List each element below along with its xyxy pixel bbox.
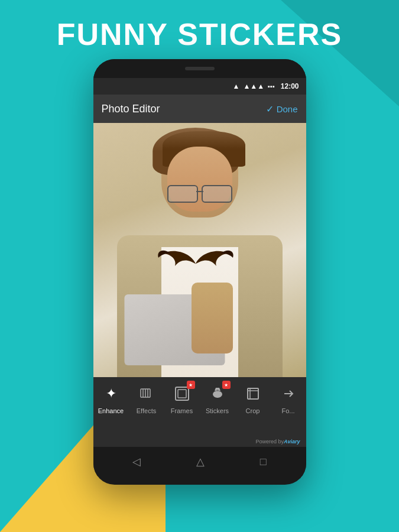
- svg-point-6: [213, 391, 222, 398]
- app-title: Photo Editor: [102, 103, 160, 115]
- toolbar-effects[interactable]: Effects: [129, 383, 164, 414]
- more-label: Fo...: [281, 407, 294, 414]
- person-hand: [192, 283, 233, 353]
- enhance-label: Enhance: [98, 407, 124, 414]
- status-bar: ▲ ▲▲▲ ▪▪▪ 12:00: [93, 78, 306, 95]
- toolbar-more[interactable]: Fo...: [271, 383, 306, 414]
- enhance-icon: ✦: [100, 383, 122, 404]
- battery-icon: ▪▪▪: [268, 83, 275, 90]
- phone-speaker: [185, 67, 215, 70]
- powered-brand: Aviary: [284, 439, 300, 445]
- phone-nav-bar: ◁ △ □: [93, 447, 306, 476]
- effects-icon: [136, 383, 157, 404]
- stickers-icon: ★: [207, 383, 228, 404]
- crop-icon: [242, 383, 264, 404]
- phone-device: ▲ ▲▲▲ ▪▪▪ 12:00 Photo Editor ✓ Done: [93, 59, 306, 485]
- signal-icon: ▲▲▲: [243, 82, 264, 90]
- stickers-badge: ★: [222, 381, 231, 389]
- done-button[interactable]: ✓ Done: [266, 103, 298, 115]
- main-headline: FUNNY STICKERS: [0, 17, 399, 52]
- wifi-icon: ▲: [233, 82, 240, 90]
- toolbar-crop[interactable]: Crop: [235, 383, 271, 414]
- stickers-label: Stickers: [206, 407, 229, 414]
- done-label: Done: [277, 104, 298, 114]
- glasses-bridge: [196, 191, 203, 192]
- back-button[interactable]: ◁: [132, 455, 141, 468]
- toolbar-enhance[interactable]: ✦ Enhance: [93, 383, 129, 414]
- person-face: [167, 147, 232, 212]
- recents-button[interactable]: □: [260, 456, 267, 468]
- powered-text: Powered by: [255, 439, 284, 445]
- effects-label: Effects: [137, 407, 156, 414]
- frames-icon: ★: [171, 383, 193, 404]
- status-time: 12:00: [281, 82, 299, 90]
- svg-point-7: [216, 390, 219, 391]
- home-button[interactable]: △: [196, 455, 205, 468]
- svg-rect-8: [248, 388, 258, 399]
- badge-star-icon2: ★: [224, 382, 228, 388]
- frames-badge: ★: [187, 381, 195, 389]
- check-icon: ✓: [266, 103, 274, 115]
- toolbar-stickers[interactable]: ★ Stickers: [200, 383, 235, 414]
- phone-top-bezel: [93, 59, 306, 78]
- app-header: Photo Editor ✓ Done: [93, 95, 306, 123]
- svg-rect-5: [178, 390, 186, 398]
- editor-toolbar: ✦ Enhance Effects ★: [93, 377, 306, 436]
- mustache-sticker[interactable]: [154, 238, 237, 286]
- more-icon: [278, 383, 299, 404]
- photo-canvas[interactable]: [93, 123, 306, 377]
- powered-by-bar: Powered by Aviary: [93, 436, 306, 447]
- frames-label: Frames: [171, 407, 193, 414]
- crop-label: Crop: [246, 407, 260, 414]
- glasses: [164, 185, 235, 203]
- toolbar-frames[interactable]: ★ Frames: [164, 383, 200, 414]
- badge-star-icon: ★: [189, 382, 193, 388]
